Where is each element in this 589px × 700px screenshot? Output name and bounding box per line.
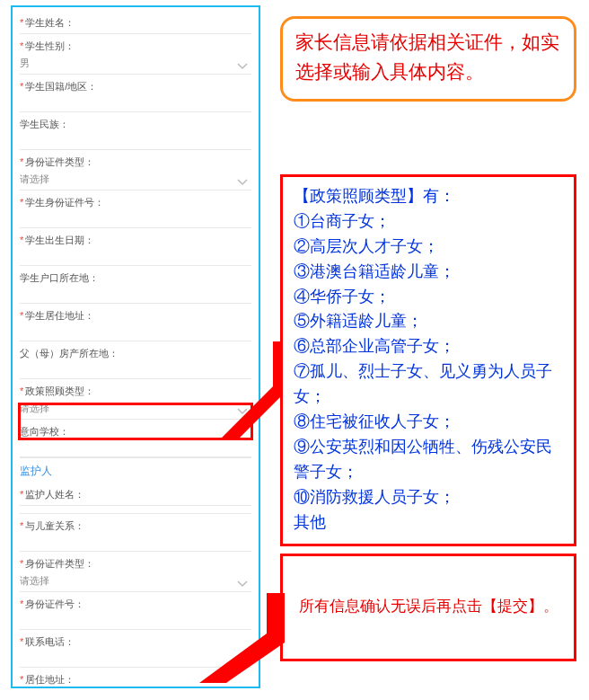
field-residence[interactable]: *学生居住地址： [20,304,251,341]
callout-box-policy-types: 【政策照顾类型】有： ①台商子女； ②高层次人才子女； ③港澳台籍适龄儿童； ④… [280,174,576,546]
required-star: * [20,156,23,167]
field-birthdate[interactable]: *学生出生日期： [20,228,251,266]
field-phone[interactable]: *联系电话： [20,630,251,668]
required-star: * [20,636,23,647]
field-id-number[interactable]: *学生身份证件号： [20,191,251,228]
section-guardian-title: 监护人 [20,457,251,483]
label: 学生国籍/地区： [25,81,97,92]
chevron-down-icon [237,579,248,586]
placeholder: 请选择 [20,169,251,186]
policy-type-item: ⑨公安英烈和因公牺牲、伤残公安民警子女； [294,435,565,485]
required-star: * [20,235,23,245]
required-star: * [20,310,23,321]
label: 学生姓名： [25,17,75,28]
callout-text: 家长信息请依据相关证件，如实选择或输入具体内容。 [295,31,559,83]
required-star: * [20,81,23,92]
label: 父（母）房产所在地： [20,348,119,359]
value [20,360,251,375]
label: 学生居住地址： [25,310,94,321]
label: 学生民族： [20,119,69,129]
policy-types-title: 【政策照顾类型】有： [294,184,565,209]
value [20,323,251,337]
field-guardian-name[interactable]: *监护人姓名： [20,483,251,506]
chevron-down-icon [237,406,248,413]
value [20,209,251,224]
value [20,533,251,547]
field-school[interactable]: 意向学校： [20,420,251,457]
field-ethnicity[interactable]: 学生民族： [20,112,251,150]
label: 联系电话： [25,636,75,647]
field-hukou[interactable]: 学生户口所在地： [20,266,251,304]
label: 意向学校： [20,426,69,437]
policy-type-item: 其他 [294,510,565,536]
policy-type-item: ⑧住宅被征收人子女； [294,410,565,435]
value [20,131,251,146]
label: 政策照顾类型： [25,385,94,396]
policy-type-item: ③港澳台籍适龄儿童； [294,260,565,285]
callout-box-submit: 所有信息确认无误后再点击【提交】。 [280,554,576,661]
label: 学生性别： [25,40,75,51]
label: 身份证件类型： [25,558,94,569]
chevron-down-icon [237,61,248,68]
value [20,247,251,261]
label: 身份证件类型： [25,156,94,167]
label: 学生身份证件号： [25,197,104,208]
required-star: * [20,598,23,609]
field-nationality[interactable]: *学生国籍/地区： [20,75,251,112]
placeholder: 请选择 [20,571,251,588]
callout-text: 所有信息确认无误后再点击【提交】。 [299,598,558,615]
policy-type-item: ⑦孤儿、烈士子女、见义勇为人员子女； [294,359,565,410]
required-star: * [20,40,23,51]
required-star: * [20,558,23,569]
field-property[interactable]: 父（母）房产所在地： [20,341,251,379]
required-star: * [20,520,23,531]
value [20,439,251,453]
label: 学生户口所在地： [20,272,99,283]
policy-type-item: ⑤外籍适龄儿童； [294,309,565,334]
value [20,687,251,688]
field-id-type[interactable]: *身份证件类型： 请选择 [20,150,251,191]
label: 学生出生日期： [25,235,94,245]
label: 与儿童关系： [25,520,84,531]
required-star: * [20,17,23,28]
required-star: * [20,674,23,685]
field-student-gender[interactable]: *学生性别： 男 [20,34,251,75]
chevron-down-icon [237,177,248,184]
field-guardian-id-type[interactable]: *身份证件类型： 请选择 [20,552,251,592]
field-guardian-id-number[interactable]: *身份证件号： [20,592,251,630]
value [20,649,251,663]
value [20,93,251,108]
field-student-name[interactable]: *学生姓名： [20,11,251,34]
policy-type-item: ①台商子女； [294,209,565,235]
callout-box-parent-info: 家长信息请依据相关证件，如实选择或输入具体内容。 [280,16,576,102]
value [20,285,251,299]
required-star: * [20,489,23,500]
policy-type-item: ④华侨子女； [294,285,565,310]
policy-type-item: ⑥总部企业高管子女； [294,334,565,359]
field-policy-type[interactable]: *政策照顾类型： 请选择 [20,379,251,420]
placeholder: 请选择 [20,398,251,415]
field-relation[interactable]: *与儿童关系： [20,513,251,552]
policy-type-item: ②高层次人才子女； [294,235,565,260]
label: 居住地址： [25,674,75,685]
label: 监护人姓名： [25,489,84,500]
required-star: * [20,385,23,396]
form-body: *学生姓名： *学生性别： 男 *学生国籍/地区： 学生民族： *身份证件类型：… [13,7,259,688]
required-star: * [20,197,23,208]
form-panel: *学生姓名： *学生性别： 男 *学生国籍/地区： 学生民族： *身份证件类型：… [11,5,260,688]
label: 身份证件号： [25,598,84,609]
field-guardian-address[interactable]: *居住地址： [20,668,251,688]
value: 男 [20,53,251,70]
policy-type-item: ⑩消防救援人员子女； [294,485,565,510]
value [20,611,251,625]
